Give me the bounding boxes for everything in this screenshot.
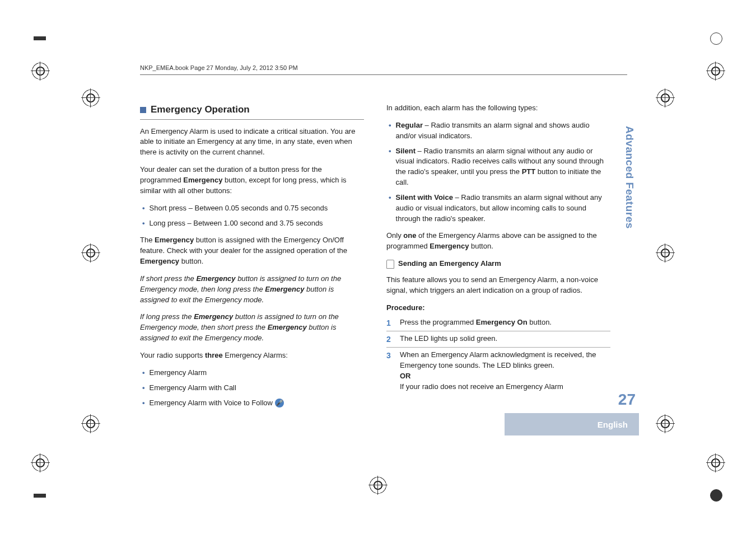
bullet-icon: • (142, 398, 145, 409)
paragraph: Only one of the Emergency Alarms above c… (386, 231, 610, 252)
step-number: 2 (386, 334, 394, 345)
procedure-step: 2 The LED lights up solid green. (386, 334, 610, 348)
registration-mark-icon (81, 243, 100, 263)
paragraph-italic: If long press the Emergency button is as… (140, 312, 364, 344)
procedure-step: 3 When an Emergency Alarm acknowledgment… (386, 350, 610, 394)
list-item: •Short press – Between 0.05 seconds and … (140, 203, 364, 214)
bullet-icon: • (142, 218, 145, 229)
bullet-icon: • (389, 193, 391, 224)
registration-mark-icon (81, 88, 100, 107)
step-number: 3 (386, 350, 394, 392)
side-tab-label: Advanced Features (623, 126, 636, 229)
voice-follow-icon: 🎤 (275, 399, 284, 407)
list-item: •Emergency Alarm with Call (140, 383, 364, 394)
heading-text: Emergency Operation (151, 103, 250, 117)
bullet-icon: • (389, 146, 391, 188)
print-header: NKP_EMEA.book Page 27 Monday, July 2, 20… (140, 64, 627, 75)
paragraph: The Emergency button is assigned with th… (140, 235, 364, 267)
paragraph: In addition, each alarm has the followin… (386, 103, 610, 114)
registration-mark-icon (31, 453, 50, 472)
section-heading: Emergency Operation (140, 103, 364, 117)
page-content: NKP_EMEA.book Page 27 Monday, July 2, 20… (140, 64, 627, 415)
bullet-icon: • (142, 383, 145, 394)
subsection-heading: Sending an Emergency Alarm (386, 259, 610, 269)
registration-mark-icon (656, 243, 675, 263)
list-item: •Long press – Between 1.00 second and 3.… (140, 218, 364, 229)
print-dot-icon (710, 489, 722, 502)
registration-mark-icon (656, 414, 675, 433)
right-column: In addition, each alarm has the followin… (386, 103, 610, 415)
list-item: •Silent with Voice – Radio transmits an … (386, 193, 610, 224)
paragraph: Your dealer can set the duration of a bu… (140, 165, 364, 196)
print-bar-icon (34, 494, 46, 498)
registration-mark-icon (656, 88, 675, 107)
registration-mark-icon (706, 62, 725, 81)
list-item: •Regular – Radio transmits an alarm sign… (386, 120, 610, 142)
paragraph: This feature allows you to send an Emerg… (386, 275, 610, 296)
paragraph: An Emergency Alarm is used to indicate a… (140, 127, 364, 158)
procedure-step: 1 Press the programmed Emergency On butt… (386, 317, 610, 331)
bullet-icon: • (142, 368, 145, 378)
page-icon (386, 260, 394, 269)
paragraph-italic: If short press the Emergency button is a… (140, 274, 364, 306)
heading-underline (140, 119, 364, 120)
paragraph: Your radio supports three Emergency Alar… (140, 350, 364, 361)
bullet-list: •Short press – Between 0.05 seconds and … (140, 203, 364, 229)
bullet-icon: • (389, 120, 391, 142)
list-item: •Silent – Radio transmits an alarm signa… (386, 146, 610, 188)
registration-mark-icon (368, 476, 388, 495)
registration-mark-icon (31, 62, 50, 81)
bullet-icon: • (142, 203, 145, 214)
registration-mark-icon (706, 453, 725, 472)
procedure-label: Procedure: (386, 303, 610, 313)
page-number: 27 (618, 391, 636, 409)
list-item: •Emergency Alarm with Voice to Follow🎤 (140, 398, 364, 409)
list-item: •Emergency Alarm (140, 368, 364, 378)
step-number: 1 (386, 317, 394, 329)
language-band: English (505, 413, 639, 435)
print-dot-icon (710, 32, 722, 45)
left-column: Emergency Operation An Emergency Alarm i… (140, 103, 364, 415)
registration-mark-icon (81, 414, 100, 433)
bullet-list: •Emergency Alarm •Emergency Alarm with C… (140, 368, 364, 409)
heading-bullet-icon (140, 107, 146, 113)
print-bar-icon (34, 36, 46, 40)
bullet-list: •Regular – Radio transmits an alarm sign… (386, 120, 610, 224)
